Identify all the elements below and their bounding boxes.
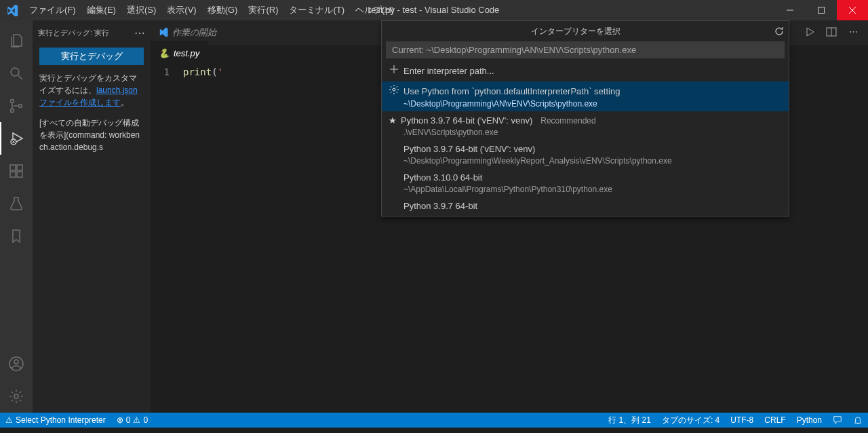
line-number: 1 — [151, 65, 183, 79]
activity-bar — [0, 20, 33, 413]
plus-icon — [389, 64, 399, 79]
panel-title: 実行とデバッグ: 実行 — [38, 28, 109, 38]
problems-status[interactable]: ⊗0 ⚠0 — [111, 415, 153, 425]
menu-edit[interactable]: 編集(E) — [81, 0, 121, 20]
window-controls — [774, 0, 868, 20]
enter-interpreter-path-option[interactable]: Enter interpreter path... — [382, 61, 789, 81]
svg-point-11 — [14, 360, 18, 364]
run-and-debug-button[interactable]: 実行とデバッグ — [39, 48, 144, 65]
svg-point-3 — [11, 109, 14, 113]
panel-more-icon[interactable]: ⋯ — [134, 26, 145, 39]
default-interpreter-option[interactable]: Use Python from `python.defaultInterpret… — [382, 81, 789, 111]
source-control-icon[interactable] — [0, 90, 33, 122]
vscode-logo-icon — [0, 0, 24, 20]
interpreter-picker: インタープリターを選択 Current: ~\Desktop\Programmi… — [381, 20, 789, 216]
testing-icon[interactable] — [0, 187, 33, 220]
select-interpreter-status[interactable]: ⚠ Select Python Interpreter — [0, 415, 111, 425]
menu-bar: ファイル(F) 編集(E) 選択(S) 表示(V) 移動(G) 実行(R) ター… — [24, 0, 399, 20]
panel-text-2: [すべての自動デバッグ構成を表示](command: workbench.act… — [33, 117, 151, 153]
interpreter-option[interactable]: Python 3.9.7 64-bit — [382, 197, 789, 216]
refresh-icon[interactable] — [770, 21, 789, 41]
menu-go[interactable]: 移動(G) — [202, 0, 243, 20]
error-icon: ⊗ — [117, 415, 123, 425]
run-debug-panel: 実行とデバッグ: 実行 ⋯ 実行とデバッグ 実行とデバッグをカスタマイズするには… — [33, 20, 151, 413]
title-bar: ファイル(F) 編集(E) 選択(S) 表示(V) 移動(G) 実行(R) ター… — [0, 0, 868, 20]
interpreter-option[interactable]: Python 3.9.7 64-bit ('vENV': venv) ~\Des… — [382, 140, 789, 168]
svg-rect-8 — [17, 172, 22, 177]
tab-label: 作業の開始 — [172, 26, 216, 39]
close-button[interactable] — [837, 0, 868, 20]
language-mode[interactable]: Python — [791, 415, 827, 426]
interpreter-option-recommended[interactable]: ★ Python 3.9.7 64-bit ('vENV': venv) Rec… — [382, 111, 789, 140]
menu-run[interactable]: 実行(R) — [243, 0, 283, 20]
menu-view[interactable]: 表示(V) — [161, 0, 201, 20]
python-file-icon: 🐍 — [159, 48, 170, 58]
interpreter-option[interactable]: Python 3.10.0 64-bit ~\AppData\Local\Pro… — [382, 168, 789, 197]
cursor-position[interactable]: 行 1、列 21 — [603, 415, 656, 426]
indentation-status[interactable]: タブのサイズ: 4 — [656, 415, 725, 426]
search-icon[interactable] — [0, 57, 33, 90]
svg-point-12 — [14, 394, 18, 398]
vscode-icon — [159, 27, 168, 39]
menu-selection[interactable]: 選択(S) — [121, 0, 161, 20]
svg-point-14 — [393, 88, 395, 91]
svg-point-2 — [11, 100, 14, 103]
warning-icon: ⚠ — [133, 415, 140, 425]
star-icon: ★ — [389, 114, 397, 128]
editor-area: 作業の開始 ⋯ 🐍 test.py 1 print(' インタープリターを選択 — [151, 20, 868, 413]
menu-help[interactable]: ヘルプ(H) — [350, 0, 399, 20]
explorer-icon[interactable] — [0, 24, 33, 57]
maximize-button[interactable] — [806, 0, 837, 20]
accounts-icon[interactable] — [0, 347, 33, 380]
feedback-icon[interactable] — [827, 415, 848, 426]
run-debug-icon[interactable] — [0, 122, 33, 155]
menu-file[interactable]: ファイル(F) — [24, 0, 81, 20]
picker-input[interactable]: Current: ~\Desktop\Programming\AN\vENV\S… — [386, 41, 785, 58]
bookmarks-icon[interactable] — [0, 220, 33, 252]
status-bar: ⚠ Select Python Interpreter ⊗0 ⚠0 行 1、列 … — [0, 413, 868, 428]
settings-gear-icon[interactable] — [0, 380, 33, 413]
panel-text: 実行とデバッグをカスタマイズするには、launch.json ファイルを作成しま… — [33, 72, 151, 109]
more-actions-icon[interactable]: ⋯ — [846, 26, 860, 39]
extensions-icon[interactable] — [0, 155, 33, 187]
gear-icon — [389, 84, 399, 99]
svg-rect-7 — [10, 172, 16, 177]
warning-icon: ⚠ — [5, 415, 13, 425]
eol-status[interactable]: CRLF — [759, 415, 791, 426]
svg-rect-0 — [818, 7, 825, 14]
picker-title: インタープリターを選択 — [382, 26, 770, 37]
svg-point-4 — [19, 105, 22, 108]
svg-rect-9 — [17, 165, 22, 170]
run-file-icon[interactable] — [803, 26, 816, 39]
split-editor-icon[interactable] — [825, 26, 838, 39]
menu-terminal[interactable]: ターミナル(T) — [283, 0, 350, 20]
svg-rect-6 — [10, 165, 16, 170]
tab-label: test.py — [174, 48, 199, 58]
minimize-button[interactable] — [774, 0, 806, 20]
encoding-status[interactable]: UTF-8 — [725, 415, 759, 426]
file-tab[interactable]: 🐍 test.py — [151, 41, 208, 65]
notifications-icon[interactable] — [848, 415, 868, 426]
svg-point-1 — [11, 68, 19, 76]
